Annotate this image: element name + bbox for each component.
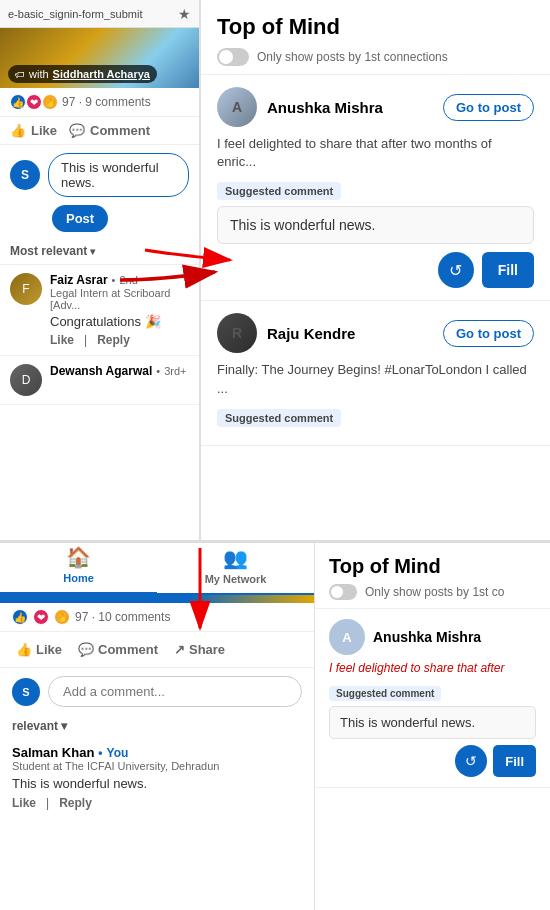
fill-button-1[interactable]: Fill <box>482 252 534 288</box>
go-to-post-raju-button[interactable]: Go to post <box>443 320 534 347</box>
comment-input-text: This is wonderful news. <box>61 160 159 190</box>
br-fill-button[interactable]: Fill <box>493 745 536 777</box>
post-card-header-br: A Anushka Mishra <box>329 619 536 655</box>
like-label-2: Like <box>36 642 62 657</box>
anushka-username: Anushka Mishra <box>267 99 383 116</box>
star-icon[interactable]: ★ <box>178 6 191 22</box>
toggle-label: Only show posts by 1st connections <box>257 50 448 64</box>
salman-actions: Like | Reply <box>12 796 302 810</box>
faiz-avatar: F <box>10 273 42 305</box>
br-post-avatar: A <box>329 619 365 655</box>
like-label: Like <box>31 123 57 138</box>
reactions-bar: 👍 ❤ 👏 97 · 9 comments <box>0 88 199 117</box>
heart-reaction-icon: ❤ <box>26 94 42 110</box>
raju-username: Raju Kendre <box>267 325 355 342</box>
suggested-text-box-1: This is wonderful news. <box>217 206 534 244</box>
comment-input-area: S This is wonderful news. <box>0 145 199 205</box>
sort-bar[interactable]: Most relevant ▾ <box>0 238 199 265</box>
faiz-reply-link[interactable]: Reply <box>97 333 130 347</box>
share-icon-2: ↗ <box>174 642 185 657</box>
home-icon: 🏠 <box>66 545 91 569</box>
comment-input-2[interactable] <box>48 676 302 707</box>
bottom-left-panel: 🏠 Home 👥 My Network 👍 ❤ 👏 97 · 10 commen… <box>0 543 315 910</box>
left-panel: e-basic_signin-form_submit ★ 🏷 with Sidd… <box>0 0 200 540</box>
sort-bar-2[interactable]: relevant ▾ <box>0 715 314 737</box>
dewansh-name: Dewansh Agarwal <box>50 364 152 378</box>
faiz-actions: Like | Reply <box>50 333 189 347</box>
br-suggested-text: This is wonderful news. <box>329 706 536 739</box>
salman-you: You <box>107 746 129 760</box>
tom-title-2: Top of Mind <box>329 555 536 578</box>
reactions-row-2: 👍 ❤ 👏 97 · 10 comments <box>0 603 314 631</box>
faiz-subtitle: Legal Intern at Scriboard [Adv... <box>50 287 189 311</box>
post-image-strip <box>0 595 314 603</box>
post-button[interactable]: Post <box>52 205 108 232</box>
toggle-row: Only show posts by 1st connections <box>217 48 534 66</box>
faiz-degree-level: 2nd <box>119 274 137 286</box>
home-label: Home <box>63 572 94 584</box>
tom-header-2: Top of Mind Only show posts by 1st co <box>315 543 550 609</box>
post-card-raju: R Raju Kendre Go to post Finally: The Jo… <box>201 301 550 445</box>
dewansh-comment-body: Dewansh Agarwal • 3rd+ <box>50 364 189 396</box>
tom-title: Top of Mind <box>217 14 534 40</box>
post-card-anushka: A Anushka Mishra Go to post I feel delig… <box>201 75 550 301</box>
reaction-icons: 👍 ❤ 👏 <box>10 94 58 110</box>
nav-my-network[interactable]: 👥 My Network <box>157 546 314 593</box>
faiz-comment-body: Faiz Asrar • 2nd Legal Intern at Scriboa… <box>50 273 189 347</box>
toggle-thumb-2 <box>331 586 343 598</box>
network-icon: 👥 <box>223 546 248 570</box>
refresh-suggestion-button-1[interactable]: ↺ <box>438 252 474 288</box>
toggle-row-2: Only show posts by 1st co <box>329 584 536 600</box>
salman-subtitle: Student at The ICFAI University, Dehradu… <box>12 760 302 772</box>
sort-chevron-2: ▾ <box>61 719 67 733</box>
br-refresh-icon: ↺ <box>465 753 477 769</box>
nav-home[interactable]: 🏠 Home <box>0 545 157 595</box>
salman-text: This is wonderful news. <box>12 776 302 791</box>
comment-icon-2: 💬 <box>78 642 94 657</box>
like-icon: 👍 <box>10 123 26 138</box>
comment-avatar-2: S <box>12 678 40 706</box>
salman-reply-link[interactable]: Reply <box>59 796 92 810</box>
comment-button[interactable]: 💬 Comment <box>69 123 150 138</box>
faiz-name: Faiz Asrar <box>50 273 108 287</box>
go-to-post-anushka-button[interactable]: Go to post <box>443 94 534 121</box>
bottom-right-panel: Top of Mind Only show posts by 1st co A … <box>315 543 550 910</box>
dewansh-avatar: D <box>10 364 42 396</box>
raju-preview: Finally: The Journey Begins! #LonarToLon… <box>217 361 534 397</box>
profile-tag[interactable]: 🏷 with Siddharth Acharya <box>8 65 157 83</box>
faiz-like-link[interactable]: Like <box>50 333 74 347</box>
share-button-2[interactable]: ↗ Share <box>170 636 229 663</box>
comment-faiz: F Faiz Asrar • 2nd Legal Intern at Scrib… <box>0 265 199 356</box>
refresh-icon-1: ↺ <box>449 261 462 280</box>
salman-like-link[interactable]: Like <box>12 796 36 810</box>
faiz-text: Congratulations 🎉 <box>50 314 189 329</box>
comment-input-box[interactable]: This is wonderful news. <box>48 153 189 197</box>
connections-toggle-2[interactable] <box>329 584 357 600</box>
br-post-username: Anushka Mishra <box>373 629 481 645</box>
like-button-2[interactable]: 👍 Like <box>12 636 66 663</box>
post-header-image: 🏷 with Siddharth Acharya <box>0 28 199 88</box>
comment-input-area-2: S <box>0 668 314 715</box>
like-button[interactable]: 👍 Like <box>10 123 57 138</box>
sort-label: Most relevant <box>10 244 87 258</box>
tag-icon: 🏷 <box>15 69 25 80</box>
comment-button-2[interactable]: 💬 Comment <box>74 636 162 663</box>
action-bar-2: 👍 Like 💬 Comment ↗ Share <box>0 631 314 668</box>
reactions-count-2: 97 · 10 comments <box>75 610 170 624</box>
suggested-comment-badge-2: Suggested comment <box>217 409 341 427</box>
comment-salman: Salman Khan • You Student at The ICFAI U… <box>0 737 314 818</box>
comment-label-2: Comment <box>98 642 158 657</box>
anushka-preview: I feel delighted to share that after two… <box>217 135 534 171</box>
heart-react-2: ❤ <box>33 609 49 625</box>
br-refresh-button[interactable]: ↺ <box>455 745 487 777</box>
connections-toggle[interactable] <box>217 48 249 66</box>
post-user-anushka: A Anushka Mishra <box>217 87 383 127</box>
post-card-bottom-right: A Anushka Mishra I feel delighted to sha… <box>315 609 550 788</box>
post-card-header-anushka: A Anushka Mishra Go to post <box>217 87 534 127</box>
raju-avatar: R <box>217 313 257 353</box>
sort-chevron-icon: ▾ <box>90 246 95 257</box>
tag-person-name[interactable]: Siddharth Acharya <box>53 68 150 80</box>
comment-action-row-1: ↺ Fill <box>217 252 534 288</box>
salman-name: Salman Khan <box>12 745 94 760</box>
comment-label: Comment <box>90 123 150 138</box>
